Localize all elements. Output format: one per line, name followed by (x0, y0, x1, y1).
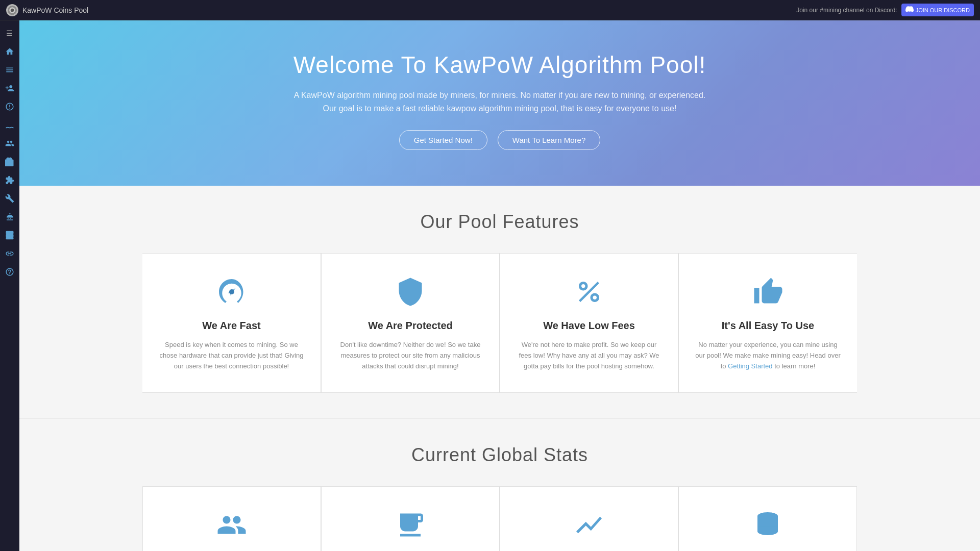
feature-fees-desc: We're not here to make profit. So we kee… (516, 340, 663, 371)
sidebar-useradd-icon[interactable] (2, 81, 17, 96)
sidebar-list-icon[interactable] (2, 62, 17, 78)
discord-btn-label: JOIN OUR DISCORD (916, 7, 970, 13)
feature-easy-title: It's All Easy To Use (694, 320, 842, 332)
database-icon (694, 507, 841, 543)
feature-protected-title: We Are Protected (337, 320, 484, 332)
sidebar-users-icon[interactable] (2, 136, 17, 151)
sidebar-puzzle-icon[interactable] (2, 172, 17, 188)
getting-started-link[interactable]: Getting Started (728, 362, 772, 370)
feature-protected-desc: Don't like downtime? Neither do we! So w… (337, 340, 484, 371)
features-section: Our Pool Features We Are Fast Speed is k… (19, 186, 980, 418)
stats-grid (142, 486, 857, 551)
sidebar-robot-icon[interactable] (2, 209, 17, 224)
sidebar-waves-icon[interactable] (2, 117, 17, 133)
feature-card-easy: It's All Easy To Use No matter your expe… (678, 253, 857, 392)
thumbsup-icon (694, 274, 842, 310)
shield-icon (337, 274, 484, 310)
hero-buttons: Get Started Now! Want To Learn More? (30, 130, 970, 150)
stats-title: Current Global Stats (30, 444, 970, 466)
sidebar-tools-icon[interactable] (2, 191, 17, 206)
stat-card-hashrate (500, 486, 678, 551)
hashrate-icon (516, 507, 663, 543)
percent-icon (516, 274, 663, 310)
features-grid: We Are Fast Speed is key when it comes t… (142, 253, 857, 392)
main-content: Welcome To KawPoW Algorithm Pool! A KawP… (19, 20, 980, 551)
sidebar-help-icon[interactable] (2, 264, 17, 280)
stat-card-miners (142, 486, 321, 551)
feature-fees-title: We Have Low Fees (516, 320, 663, 332)
sidebar-blocks-icon[interactable] (2, 154, 17, 169)
sidebar-menu-icon[interactable]: ☰ (2, 26, 17, 41)
servers-icon (337, 507, 484, 543)
svg-point-3 (229, 289, 234, 294)
topbar: KawPoW Coins Pool Join our #mining chann… (0, 0, 980, 20)
stat-card-servers (321, 486, 500, 551)
app-title: KawPoW Coins Pool (22, 6, 88, 14)
sidebar-server-icon[interactable] (2, 228, 17, 243)
topbar-right: Join our #mining channel on Discord: JOI… (796, 4, 974, 16)
feature-fast-title: We Are Fast (158, 320, 305, 332)
speedometer-icon (158, 274, 305, 310)
feature-card-fees: We Have Low Fees We're not here to make … (500, 253, 678, 392)
get-started-button[interactable]: Get Started Now! (399, 130, 487, 150)
hero-subtitle: A KawPoW algorithm mining pool made by m… (30, 89, 970, 115)
sidebar-dashboard-icon[interactable] (2, 99, 17, 114)
features-title: Our Pool Features (30, 211, 970, 233)
hero-section: Welcome To KawPoW Algorithm Pool! A KawP… (19, 20, 980, 186)
learn-more-button[interactable]: Want To Learn More? (498, 130, 600, 150)
feature-card-protected: We Are Protected Don't like downtime? Ne… (321, 253, 500, 392)
stats-section: Current Global Stats (19, 418, 980, 551)
discord-icon (905, 5, 914, 15)
miners-icon (158, 507, 305, 543)
stat-card-blocks (678, 486, 857, 551)
feature-card-fast: We Are Fast Speed is key when it comes t… (142, 253, 321, 392)
hero-title: Welcome To KawPoW Algorithm Pool! (30, 51, 970, 79)
feature-easy-desc: No matter your experience, you can mine … (694, 340, 842, 371)
sidebar-link-icon[interactable] (2, 246, 17, 261)
topbar-left: KawPoW Coins Pool (6, 4, 88, 16)
svg-point-2 (11, 8, 14, 12)
hero-subtitle-line1: A KawPoW algorithm mining pool made by m… (294, 91, 706, 99)
sidebar: ☰ (0, 20, 19, 551)
hero-subtitle-line2: Our goal is to make a fast reliable kawp… (323, 104, 677, 113)
feature-fast-desc: Speed is key when it comes to mining. So… (158, 340, 305, 371)
discord-label: Join our #mining channel on Discord: (796, 7, 897, 14)
sidebar-home-icon[interactable] (2, 44, 17, 59)
topbar-logo (6, 4, 18, 16)
discord-button[interactable]: JOIN OUR DISCORD (901, 4, 974, 16)
